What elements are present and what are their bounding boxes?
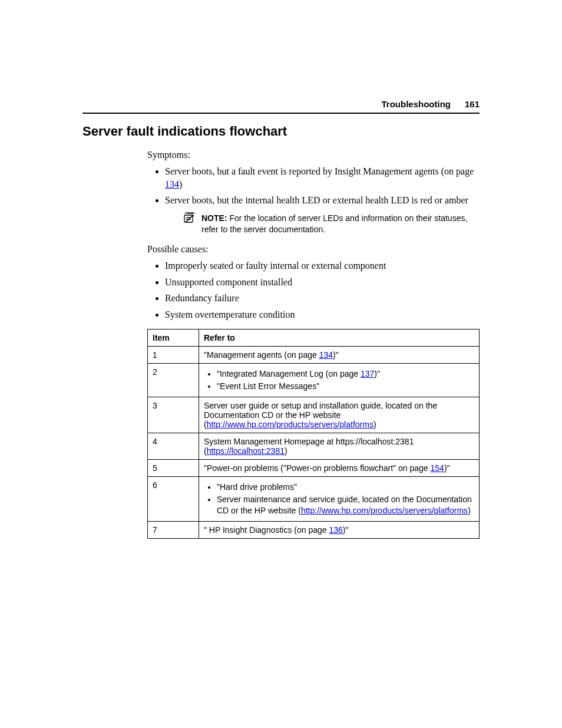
- cell-item: 3: [148, 397, 199, 433]
- r6-b2-post: ): [468, 506, 471, 515]
- cell-item: 4: [148, 433, 199, 460]
- page: Troubleshooting 161 Server fault indicat…: [0, 0, 562, 728]
- page-link-136[interactable]: 136: [329, 525, 343, 535]
- cell-item: 6: [148, 477, 199, 522]
- cell-item: 5: [148, 460, 199, 477]
- col-refer-header: Refer to: [199, 330, 480, 347]
- r4-post: ): [285, 446, 287, 456]
- symptoms-list: Server boots, but a fault event is repor…: [147, 165, 480, 236]
- cell-item: 1: [148, 347, 199, 364]
- page-link-134[interactable]: 134: [165, 179, 179, 189]
- note-icon: [183, 212, 196, 227]
- localhost-link[interactable]: https://localhost:2381: [207, 446, 285, 456]
- causes-list: Improperly seated or faulty internal or …: [147, 259, 480, 321]
- page-title: Server fault indications flowchart: [82, 124, 480, 139]
- table-row: 6 "Hard drive problems" Server maintenan…: [148, 477, 480, 522]
- note-label: NOTE:: [201, 213, 227, 223]
- table-row: 7 " HP Insight Diagnostics (on page 136)…: [148, 521, 480, 538]
- list-item: System overtemperature condition: [165, 308, 480, 321]
- page-link-137[interactable]: 137: [361, 369, 374, 378]
- r5-pre: "Power-on problems ("Power-on problems f…: [204, 463, 431, 473]
- r7-pre: " HP Insight Diagnostics (on page: [204, 525, 329, 535]
- note-text: NOTE: For the location of server LEDs an…: [201, 213, 480, 236]
- causes-label: Possible causes:: [147, 244, 480, 255]
- list-item: Unsupported component installed: [165, 276, 480, 289]
- cell-refer: Server user guide or setup and installat…: [199, 397, 480, 433]
- cell-refer: System Management Homepage at https://lo…: [199, 433, 480, 460]
- symptoms-label: Symptoms:: [147, 150, 480, 160]
- cell-refer: "Management agents (on page 134)": [199, 347, 480, 364]
- note: NOTE: For the location of server LEDs an…: [183, 213, 480, 236]
- r1-pre: "Management agents (on page: [204, 350, 319, 360]
- list-item: "Hard drive problems": [217, 482, 474, 493]
- cell-item: 2: [148, 364, 199, 397]
- cell-refer: " HP Insight Diagnostics (on page 136)": [199, 521, 480, 538]
- r7-post: )": [343, 525, 349, 535]
- symptom-1-post: ): [179, 179, 182, 189]
- col-item-header: Item: [148, 330, 199, 347]
- list-item: "Integrated Management Log (on page 137)…: [217, 368, 474, 380]
- cell-refer: "Power-on problems ("Power-on problems f…: [199, 460, 480, 477]
- r2-b1-post: )": [374, 369, 380, 378]
- hp-platforms-link[interactable]: http://www.hp.com/products/servers/platf…: [301, 506, 468, 515]
- body: Symptoms: Server boots, but a fault even…: [147, 150, 480, 539]
- table-row: 3 Server user guide or setup and install…: [148, 397, 480, 433]
- r5-post: )": [444, 463, 450, 473]
- header-page-number: 161: [465, 99, 480, 109]
- list-item: Server maintenance and service guide, lo…: [217, 494, 474, 516]
- hp-platforms-link[interactable]: http://www.hp.com/products/servers/platf…: [207, 420, 373, 429]
- table-row: 1 "Management agents (on page 134)": [148, 347, 480, 364]
- table-row: 4 System Management Homepage at https://…: [148, 433, 480, 460]
- table-header-row: Item Refer to: [148, 330, 480, 347]
- r2-b1-pre: "Integrated Management Log (on page: [217, 369, 361, 378]
- list-item: "Event List Error Messages": [217, 381, 474, 392]
- r1-post: )": [333, 350, 339, 360]
- page-link-134[interactable]: 134: [319, 350, 333, 360]
- table-row: 2 "Integrated Management Log (on page 13…: [148, 364, 480, 397]
- cell-refer: "Integrated Management Log (on page 137)…: [199, 364, 480, 397]
- list-item: Server boots, but the internal health LE…: [165, 194, 480, 236]
- cell-refer: "Hard drive problems" Server maintenance…: [199, 477, 480, 522]
- note-body: For the location of server LEDs and info…: [201, 213, 467, 235]
- r3-post: ): [373, 420, 376, 429]
- symptom-1-pre: Server boots, but a fault event is repor…: [165, 166, 474, 176]
- header-section: Troubleshooting: [381, 99, 451, 109]
- running-header: Troubleshooting 161: [82, 99, 480, 114]
- content: Server fault indications flowchart Sympt…: [82, 124, 480, 539]
- reference-table: Item Refer to 1 "Management agents (on p…: [147, 329, 480, 538]
- page-link-154[interactable]: 154: [431, 463, 444, 473]
- list-item: Server boots, but a fault event is repor…: [165, 165, 480, 190]
- symptom-2: Server boots, but the internal health LE…: [165, 195, 468, 205]
- table-row: 5 "Power-on problems ("Power-on problems…: [148, 460, 480, 477]
- cell-item: 7: [148, 521, 199, 538]
- list-item: Improperly seated or faulty internal or …: [165, 259, 480, 272]
- list-item: Redundancy failure: [165, 292, 480, 305]
